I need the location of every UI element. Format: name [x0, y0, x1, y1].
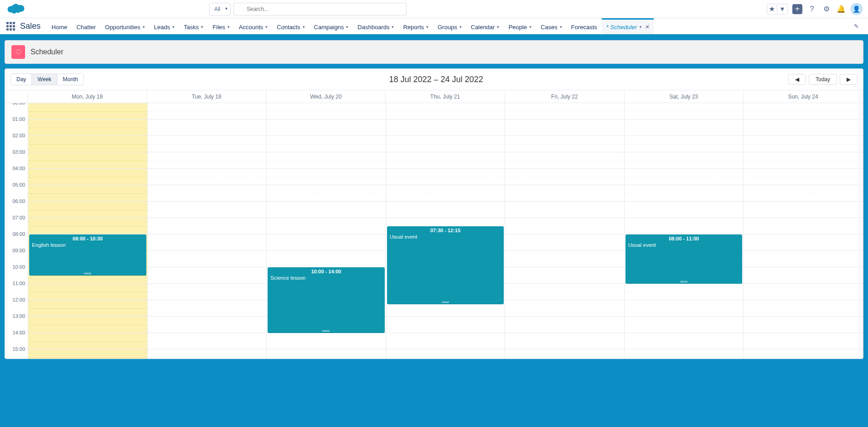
nav-item-people[interactable]: People▾	[504, 18, 536, 34]
hour-cell[interactable]	[386, 349, 505, 359]
global-add-button[interactable]: ＋	[792, 4, 802, 14]
hour-cell[interactable]	[625, 333, 744, 349]
hour-cell[interactable]	[28, 103, 147, 120]
hour-cell[interactable]	[505, 152, 624, 169]
hour-cell[interactable]	[505, 317, 624, 333]
hour-cell[interactable]	[625, 218, 744, 234]
hour-cell[interactable]	[267, 251, 386, 267]
resize-handle[interactable]	[84, 273, 91, 274]
hour-cell[interactable]	[505, 185, 624, 202]
hour-cell[interactable]	[267, 103, 386, 120]
nav-item-cases[interactable]: Cases▾	[536, 18, 567, 34]
hour-cell[interactable]	[148, 300, 267, 317]
hour-cell[interactable]	[744, 300, 863, 317]
hour-cell[interactable]	[267, 349, 386, 359]
hour-cell[interactable]	[148, 152, 267, 169]
resize-handle[interactable]	[680, 281, 687, 282]
hour-cell[interactable]	[505, 267, 624, 284]
app-launcher[interactable]	[5, 18, 16, 34]
hour-cell[interactable]	[148, 185, 267, 202]
hour-cell[interactable]	[505, 251, 624, 267]
calendar-scroller[interactable]: 00:0001:0002:0003:0004:0005:0006:0007:00…	[5, 103, 863, 359]
nav-item-leads[interactable]: Leads▾	[150, 18, 179, 34]
hour-cell[interactable]	[148, 169, 267, 185]
hour-cell[interactable]	[386, 169, 505, 185]
day-column[interactable]: 07:30 - 12:15Usual event	[386, 103, 505, 359]
hour-cell[interactable]	[744, 317, 863, 333]
hour-cell[interactable]	[505, 120, 624, 136]
nav-item-scheduler[interactable]: * Scheduler▾✕	[602, 18, 654, 34]
hour-cell[interactable]	[625, 284, 744, 300]
hour-cell[interactable]	[148, 333, 267, 349]
today-button[interactable]: Today	[809, 74, 837, 85]
setup-gear-icon[interactable]: ⚙	[822, 4, 832, 14]
hour-cell[interactable]	[267, 202, 386, 218]
day-column[interactable]	[505, 103, 624, 359]
hour-cell[interactable]	[744, 185, 863, 202]
hour-cell[interactable]	[625, 103, 744, 120]
hour-cell[interactable]	[625, 317, 744, 333]
star-icon[interactable]: ★	[767, 4, 777, 14]
nav-item-reports[interactable]: Reports▾	[398, 18, 433, 34]
hour-cell[interactable]	[505, 103, 624, 120]
nav-item-forecasts[interactable]: Forecasts	[567, 18, 602, 34]
hour-cell[interactable]	[505, 284, 624, 300]
hour-cell[interactable]	[267, 169, 386, 185]
hour-cell[interactable]	[505, 349, 624, 359]
hour-cell[interactable]	[28, 136, 147, 152]
hour-cell[interactable]	[625, 169, 744, 185]
hour-cell[interactable]	[386, 136, 505, 152]
calendar-event[interactable]: 10:00 - 14:00Science lesson	[268, 267, 385, 333]
hour-cell[interactable]	[267, 136, 386, 152]
hour-cell[interactable]	[267, 152, 386, 169]
hour-cell[interactable]	[505, 333, 624, 349]
hour-cell[interactable]	[28, 169, 147, 185]
hour-cell[interactable]	[148, 136, 267, 152]
hour-cell[interactable]	[744, 349, 863, 359]
edit-nav-pencil-icon[interactable]: ✎	[849, 18, 863, 34]
hour-cell[interactable]	[28, 349, 147, 359]
hour-cell[interactable]	[505, 218, 624, 234]
hour-cell[interactable]	[28, 120, 147, 136]
favorites-dropdown-icon[interactable]: ▾	[777, 4, 787, 14]
calendar-event[interactable]: 07:30 - 12:15Usual event	[387, 226, 504, 304]
hour-cell[interactable]	[625, 185, 744, 202]
hour-cell[interactable]	[744, 234, 863, 251]
hour-cell[interactable]	[148, 284, 267, 300]
hour-cell[interactable]	[386, 317, 505, 333]
hour-cell[interactable]	[28, 284, 147, 300]
nav-item-groups[interactable]: Groups▾	[433, 18, 466, 34]
hour-cell[interactable]	[148, 103, 267, 120]
search-input[interactable]	[233, 3, 407, 16]
hour-cell[interactable]	[625, 120, 744, 136]
hour-cell[interactable]	[267, 185, 386, 202]
hour-cell[interactable]	[505, 169, 624, 185]
hour-cell[interactable]	[386, 103, 505, 120]
hour-cell[interactable]	[28, 218, 147, 234]
calendar-event[interactable]: 08:00 - 11:00Usual event	[625, 234, 743, 284]
user-avatar[interactable]: 👤	[851, 3, 863, 15]
hour-cell[interactable]	[267, 120, 386, 136]
calendar-event[interactable]: 08:00 - 10:30English lesson	[29, 234, 146, 276]
nav-item-chatter[interactable]: Chatter	[72, 18, 101, 34]
hour-cell[interactable]	[28, 317, 147, 333]
resize-handle[interactable]	[442, 302, 449, 303]
hour-cell[interactable]	[386, 152, 505, 169]
hour-cell[interactable]	[386, 202, 505, 218]
hour-cell[interactable]	[625, 136, 744, 152]
day-column[interactable]: 10:00 - 14:00Science lesson	[266, 103, 386, 359]
day-column[interactable]: 08:00 - 11:00Usual event	[624, 103, 744, 359]
notifications-bell-icon[interactable]: 🔔	[836, 4, 846, 14]
view-month-button[interactable]: Month	[57, 74, 83, 85]
hour-cell[interactable]	[386, 120, 505, 136]
next-button[interactable]: ▶	[840, 74, 858, 85]
hour-cell[interactable]	[148, 317, 267, 333]
hour-cell[interactable]	[505, 202, 624, 218]
hour-cell[interactable]	[148, 202, 267, 218]
hour-cell[interactable]	[744, 251, 863, 267]
hour-cell[interactable]	[744, 120, 863, 136]
hour-cell[interactable]	[625, 300, 744, 317]
view-week-button[interactable]: Week	[31, 74, 57, 85]
hour-cell[interactable]	[625, 152, 744, 169]
resize-handle[interactable]	[322, 330, 330, 332]
